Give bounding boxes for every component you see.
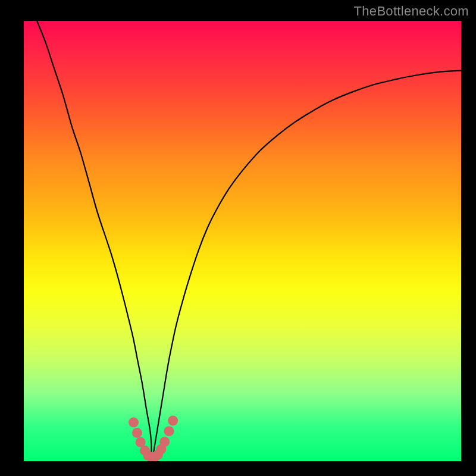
gradient-background <box>24 21 461 461</box>
chart-svg <box>0 0 476 476</box>
min-dot <box>164 426 174 436</box>
chart-stage: TheBottleneck.com <box>0 0 476 476</box>
min-dot <box>129 417 139 427</box>
min-dot <box>168 415 178 425</box>
min-dot <box>132 428 142 438</box>
min-dot <box>159 437 170 447</box>
